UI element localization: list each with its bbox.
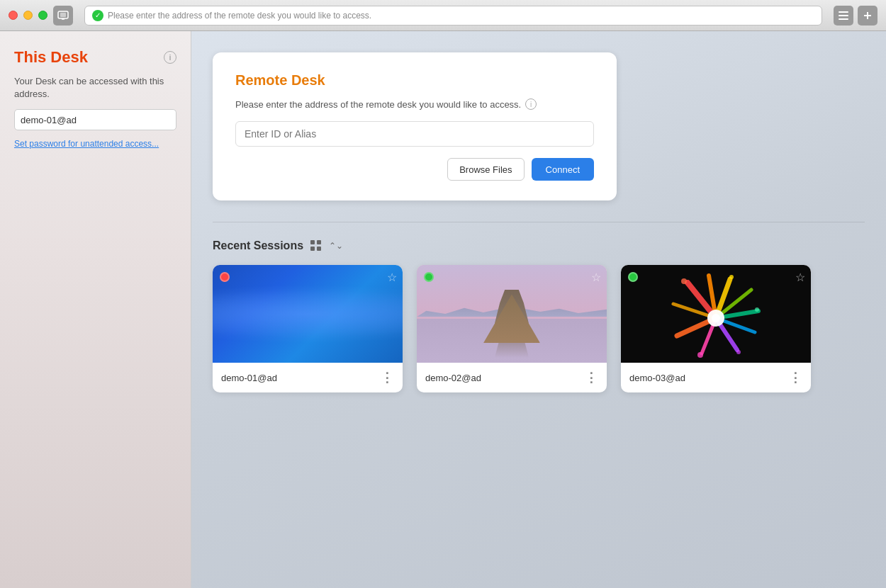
svg-rect-1 [60, 13, 66, 17]
favorite-icon-3[interactable]: ☆ [795, 271, 805, 284]
session-name-3: demo-03@ad [629, 373, 685, 383]
remote-desk-info-icon[interactable]: i [525, 98, 537, 110]
main-content: Remote Desk Please enter the address of … [191, 31, 886, 588]
session-thumbnail-2[interactable]: ☆ [417, 265, 607, 363]
status-dot-green-2 [424, 272, 434, 282]
desk-address-input[interactable] [14, 109, 176, 130]
sessions-grid: ☆ demo-01@ad ⋮ [213, 265, 865, 392]
grid-dots [310, 240, 322, 251]
menu-button[interactable] [834, 6, 853, 26]
svg-point-20 [755, 307, 759, 312]
grid-dot [310, 247, 315, 251]
remote-desk-input[interactable] [235, 121, 594, 147]
remote-desk-card: Remote Desk Please enter the address of … [213, 52, 617, 200]
new-tab-button[interactable] [858, 6, 877, 26]
session-footer-1: demo-01@ad ⋮ [213, 363, 403, 392]
remote-desk-title: Remote Desk [235, 72, 594, 89]
favorite-icon[interactable]: ☆ [387, 271, 397, 284]
session-footer-2: demo-02@ad ⋮ [417, 363, 607, 392]
status-dot-green-3 [628, 272, 638, 282]
titlebar-actions [834, 6, 877, 26]
sidebar: This Desk i Your Desk can be accessed wi… [0, 31, 191, 588]
svg-point-24 [712, 314, 720, 322]
remote-desk-description: Please enter the address of the remote d… [235, 98, 594, 110]
grid-dot [310, 240, 315, 244]
favorite-icon-2[interactable]: ☆ [591, 271, 601, 284]
session-menu-2[interactable]: ⋮ [585, 370, 598, 385]
sidebar-title-text: This Desk [14, 48, 88, 67]
set-password-link[interactable]: Set password for unattended access... [14, 139, 176, 149]
minimize-button[interactable] [23, 11, 33, 20]
status-dot-red [220, 272, 230, 282]
recent-sessions-header: Recent Sessions ⌃⌄ [213, 239, 865, 252]
thumbnail-blue [213, 265, 403, 363]
app-body: This Desk i Your Desk can be accessed wi… [0, 31, 886, 588]
thumbnail-pink [417, 265, 607, 363]
remote-desk-description-text: Please enter the address of the remote d… [235, 99, 521, 110]
maximize-button[interactable] [38, 11, 47, 20]
close-button[interactable] [9, 11, 18, 20]
session-card-3: ☆ demo-03@ad ⋮ [621, 265, 811, 392]
svg-point-19 [729, 275, 734, 279]
session-card: ☆ demo-01@ad ⋮ [213, 265, 403, 392]
sidebar-description: Your Desk can be accessed with this addr… [14, 75, 176, 101]
content-divider [213, 222, 865, 222]
svg-point-21 [697, 352, 703, 358]
session-thumbnail-3[interactable]: ☆ [621, 265, 811, 363]
svg-point-22 [736, 350, 741, 354]
session-menu-3[interactable]: ⋮ [789, 370, 802, 385]
sidebar-title: This Desk i [14, 48, 176, 67]
grid-view-icon[interactable] [310, 240, 322, 251]
titlebar: ✓ Please enter the address of the remote… [0, 0, 886, 31]
browse-files-button[interactable]: Browse Files [447, 158, 524, 181]
address-bar[interactable]: ✓ Please enter the address of the remote… [84, 6, 822, 26]
grid-dot [317, 240, 321, 244]
svg-rect-5 [839, 18, 848, 20]
session-name-1: demo-01@ad [221, 373, 277, 383]
traffic-lights [9, 11, 47, 20]
svg-rect-3 [839, 11, 848, 13]
connect-button[interactable]: Connect [532, 158, 594, 181]
session-card-2: ☆ demo-02@ad ⋮ [417, 265, 607, 392]
explosion-svg [621, 265, 811, 363]
address-bar-text: Please enter the address of the remote d… [108, 11, 814, 21]
session-name-2: demo-02@ad [425, 373, 481, 383]
remote-desk-actions: Browse Files Connect [235, 158, 594, 181]
sort-icon[interactable]: ⌃⌄ [329, 241, 343, 251]
svg-point-18 [681, 278, 687, 284]
ssl-check-icon: ✓ [92, 10, 103, 21]
session-footer-3: demo-03@ad ⋮ [621, 363, 811, 392]
recent-sessions-title: Recent Sessions [213, 239, 303, 252]
sidebar-info-icon[interactable]: i [164, 51, 176, 64]
session-menu-1[interactable]: ⋮ [381, 370, 394, 385]
app-icon [53, 6, 73, 26]
session-thumbnail-1[interactable]: ☆ [213, 265, 403, 363]
svg-rect-4 [839, 15, 848, 16]
grid-dot [317, 247, 321, 251]
thumbnail-dark [621, 265, 811, 363]
